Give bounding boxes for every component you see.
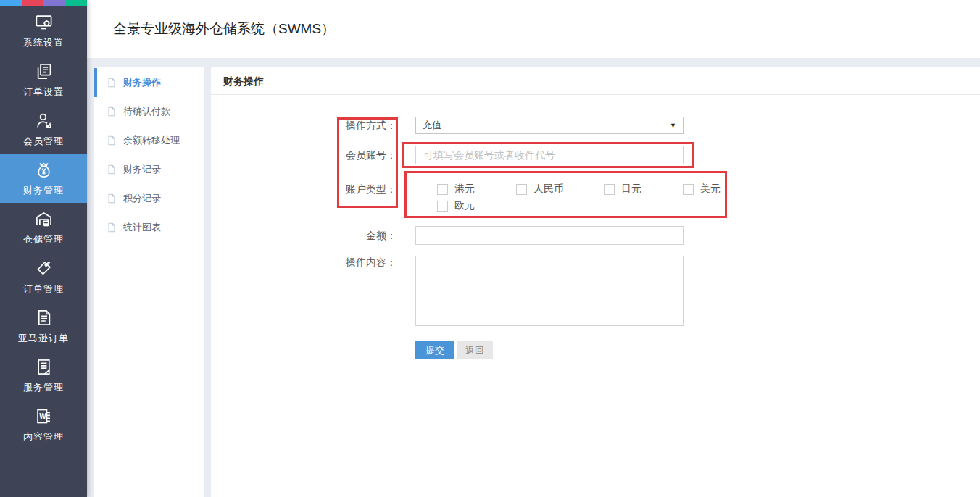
top-header: 全景专业级海外仓储系统（SWMS）: [87, 0, 980, 58]
submenu-item-label: 余额转移处理: [123, 134, 180, 147]
submenu-item-label: 财务记录: [123, 163, 161, 176]
sidebar-item-content-management[interactable]: W 内容管理: [0, 400, 87, 449]
primary-sidebar: 系统设置 订单设置 会员管理: [0, 0, 87, 497]
currency-option-usd[interactable]: 美元: [683, 183, 721, 195]
submit-button[interactable]: 提交: [415, 341, 454, 359]
sidebar-item-member-management[interactable]: 会员管理: [0, 104, 87, 154]
currency-label: 欧元: [454, 199, 475, 212]
submenu-item-label: 财务操作: [123, 76, 161, 89]
operation-content-label: 操作内容：: [302, 256, 396, 268]
brand-color-strip: [0, 0, 87, 6]
currency-label: 日元: [621, 183, 641, 196]
operation-type-select[interactable]: 充值 ▼: [415, 117, 684, 134]
operation-content-textarea[interactable]: [415, 256, 684, 326]
sidebar-item-warehouse-management[interactable]: 仓储管理: [0, 203, 87, 252]
main-panel: 财务操作 操作方式： 会员账号： 账户类型： 金额： 操作内容： 充值 ▼ 港元…: [211, 67, 980, 497]
currency-checkbox[interactable]: [516, 184, 527, 195]
amount-label: 金额：: [302, 226, 396, 245]
sidebar-item-finance-management[interactable]: 财务管理: [0, 154, 87, 203]
submenu-item-pending-payment[interactable]: 待确认付款: [94, 97, 204, 126]
amount-input[interactable]: [415, 226, 684, 245]
currency-option-jpy[interactable]: 日元: [604, 183, 641, 195]
member-management-icon: [34, 111, 54, 130]
back-button[interactable]: 返回: [457, 341, 493, 359]
currency-option-eur[interactable]: 欧元: [437, 200, 475, 212]
sidebar-item-service-management[interactable]: 服务管理: [0, 351, 87, 400]
currency-option-hkd[interactable]: 港元: [437, 183, 475, 195]
operation-type-label: 操作方式：: [302, 117, 396, 134]
order-management-icon: [34, 259, 54, 278]
sidebar-item-system-settings[interactable]: 系统设置: [0, 6, 87, 55]
page-icon: [107, 164, 117, 175]
sidebar-item-label: 财务管理: [23, 184, 64, 197]
sidebar-item-label: 服务管理: [23, 381, 64, 394]
finance-submenu: 财务操作 待确认付款 余额转移处理 财务记录 积分记录 统计图表: [94, 67, 204, 497]
content-management-icon: W: [34, 406, 54, 426]
svg-text:W: W: [39, 412, 46, 420]
submenu-item-statistics-charts[interactable]: 统计图表: [94, 213, 204, 242]
sidebar-item-label: 仓储管理: [23, 233, 64, 246]
sidebar-item-label: 系统设置: [23, 36, 64, 49]
currency-checkbox[interactable]: [437, 201, 448, 212]
page-icon: [107, 193, 117, 204]
currency-label: 人民币: [533, 183, 564, 196]
member-account-label: 会员账号：: [302, 146, 396, 164]
currency-label: 美元: [700, 183, 721, 196]
chevron-down-icon: ▼: [670, 122, 676, 129]
sidebar-item-label: 订单设置: [23, 85, 64, 99]
submenu-item-finance-operation[interactable]: 财务操作: [94, 68, 204, 97]
sidebar-item-label: 内容管理: [23, 430, 64, 443]
app-title: 全景专业级海外仓储系统（SWMS）: [113, 0, 980, 58]
page-icon: [107, 222, 117, 233]
sidebar-item-label: 订单管理: [23, 283, 64, 296]
submenu-item-label: 积分记录: [123, 192, 161, 205]
page-icon: [107, 78, 117, 88]
account-type-checkbox-group: 港元 人民币 日元 美元 欧元: [437, 183, 944, 217]
finance-management-icon: [34, 160, 54, 180]
account-type-label: 账户类型：: [302, 182, 396, 196]
submenu-item-label: 待确认付款: [123, 105, 170, 118]
order-settings-icon: [34, 62, 54, 81]
submenu-item-label: 统计图表: [123, 221, 161, 234]
member-account-input[interactable]: [415, 146, 684, 164]
submenu-item-finance-records[interactable]: 财务记录: [94, 155, 204, 184]
system-settings-icon: [34, 12, 54, 32]
currency-checkbox[interactable]: [683, 184, 694, 195]
currency-checkbox[interactable]: [437, 184, 448, 195]
currency-checkbox[interactable]: [604, 184, 615, 195]
operation-type-selected-value: 充值: [423, 119, 441, 132]
sidebar-item-order-settings[interactable]: 订单设置: [0, 55, 87, 104]
sidebar-item-label: 会员管理: [23, 135, 64, 148]
panel-title: 财务操作: [211, 67, 980, 95]
submenu-item-points-records[interactable]: 积分记录: [94, 184, 204, 213]
currency-label: 港元: [454, 183, 475, 196]
warehouse-management-icon: [34, 209, 54, 229]
page-icon: [107, 135, 117, 146]
submenu-item-balance-transfer[interactable]: 余额转移处理: [94, 126, 204, 155]
sidebar-item-label: 亚马逊订单: [18, 332, 69, 345]
sidebar-item-order-management[interactable]: 订单管理: [0, 252, 87, 301]
currency-option-cny[interactable]: 人民币: [516, 183, 564, 195]
page-icon: [107, 106, 117, 117]
service-management-icon: [34, 357, 54, 377]
sidebar-item-amazon-orders[interactable]: 亚马逊订单: [0, 301, 87, 351]
amazon-orders-icon: [34, 308, 54, 327]
